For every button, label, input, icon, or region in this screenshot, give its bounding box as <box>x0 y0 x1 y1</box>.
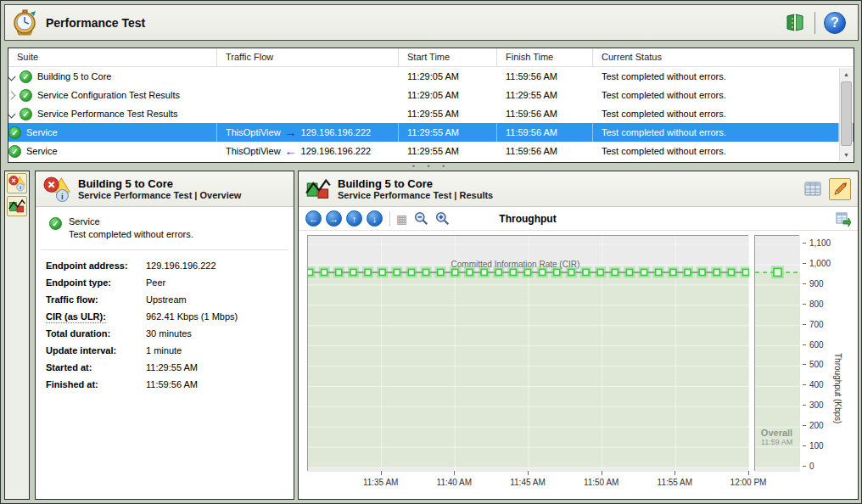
y-tick-label: 300 <box>803 400 824 410</box>
column-header-finish-time[interactable]: Finish Time <box>497 48 593 66</box>
overview-view-button[interactable]: i <box>7 173 27 193</box>
title-bar: Performance Test <box>4 4 859 41</box>
field-label: Update interval: <box>46 345 146 356</box>
chevron-down-icon[interactable] <box>8 72 16 81</box>
stopwatch-icon <box>12 8 39 37</box>
chevron-right-icon[interactable] <box>8 91 16 99</box>
overview-status-block: Service Test completed without errors. <box>41 207 288 250</box>
column-header-current-status[interactable]: Current Status <box>593 48 839 66</box>
finish-time: 11:59:56 AM <box>497 123 593 142</box>
table-row-selected[interactable]: Service ThisOptiView → 129.196.196.222 1… <box>8 123 854 142</box>
scroll-down-icon[interactable]: ▼ <box>840 148 853 161</box>
flow-destination: 129.196.196.222 <box>301 146 372 156</box>
field-value: 30 minutes <box>146 328 192 339</box>
field-value: 11:59:56 AM <box>146 379 198 389</box>
column-header-start-time[interactable]: Start Time <box>399 48 497 66</box>
chart-view-button[interactable] <box>829 178 851 200</box>
table-row[interactable]: Service Configuration Test Results 11:29… <box>8 86 854 104</box>
report-book-icon[interactable] <box>784 12 806 34</box>
finish-time: 11:29:55 AM <box>497 86 593 104</box>
scroll-up-icon[interactable]: ▲ <box>840 68 853 81</box>
scrollbar-thumb[interactable] <box>841 81 852 146</box>
suite-table: Suite Traffic Flow Start Time Finish Tim… <box>8 48 854 163</box>
x-tick-label: 11:50 AM <box>584 478 619 487</box>
start-time: 11:29:05 AM <box>399 86 497 104</box>
y-tick-label: 200 <box>803 421 824 430</box>
y-tick-label: 0 <box>803 462 814 471</box>
y-tick-label: 900 <box>803 279 824 288</box>
x-tick-mark <box>528 471 529 475</box>
x-tick-label: 11:55 AM <box>658 478 693 487</box>
current-status: Test completed without errors. <box>593 104 839 123</box>
throughput-chart: Committed Information Rate (CIR) Overall… <box>299 231 858 499</box>
column-header-suite[interactable]: Suite <box>8 48 217 66</box>
results-title: Building 5 to Core <box>338 177 493 190</box>
x-tick-mark <box>674 471 675 475</box>
overall-time: 11:59 AM <box>754 438 799 446</box>
current-status: Test completed without errors. <box>593 86 839 104</box>
export-table-icon[interactable] <box>836 211 851 227</box>
success-check-icon <box>8 126 21 139</box>
table-row[interactable]: Building 5 to Core 11:29:05 AM 11:59:56 … <box>8 67 854 86</box>
suite-name: Service Performance Test Results <box>37 109 177 119</box>
x-tick-label: 11:40 AM <box>437 478 473 487</box>
suite-name: Service <box>26 127 58 137</box>
field-value: 129.196.196.222 <box>146 260 216 271</box>
x-tick-label: 11:35 AM <box>363 478 399 487</box>
flow-source: ThisOptiView <box>226 127 281 137</box>
overview-status-icon: i <box>8 175 25 192</box>
chart-plot-area: Committed Information Rate (CIR) <box>307 235 748 471</box>
overall-label: Overall <box>754 428 799 438</box>
app-window: { "titlebar": { "title": "Performance Te… <box>0 0 862 504</box>
start-time: 11:29:55 AM <box>399 123 497 142</box>
x-axis: 11:35 AM11:40 AM11:45 AM11:50 AM11:55 AM… <box>307 471 748 493</box>
x-tick-label: 11:45 AM <box>510 478 546 487</box>
suite-name: Service <box>26 146 58 156</box>
results-chart-icon <box>305 176 331 202</box>
field-label: Total duration: <box>46 328 146 339</box>
results-chart-icon <box>8 198 25 215</box>
chevron-down-icon[interactable] <box>8 109 16 118</box>
status-service-name: Service <box>69 216 193 228</box>
table-row[interactable]: Service Performance Test Results 11:29:5… <box>8 104 854 123</box>
table-row[interactable]: Service ThisOptiView ← 129.196.196.222 1… <box>8 142 854 160</box>
overview-fields: Endpoint address:129.196.196.222 Endpoin… <box>36 250 294 393</box>
horizontal-splitter[interactable] <box>8 163 854 170</box>
results-subtitle: Service Performance Test | Results <box>338 190 493 201</box>
table-view-button[interactable] <box>802 178 824 200</box>
finish-time: 11:59:56 AM <box>497 142 593 160</box>
y-tick-label: 500 <box>803 360 824 369</box>
titlebar-separator <box>814 12 815 34</box>
help-icon[interactable] <box>824 12 846 34</box>
start-time: 11:29:55 AM <box>399 142 497 160</box>
x-tick-mark <box>454 471 455 475</box>
field-label: Traffic flow: <box>46 294 146 305</box>
overview-title: Building 5 to Core <box>78 177 241 190</box>
flow-source: ThisOptiView <box>226 146 281 156</box>
overview-status-icon: i <box>42 176 71 202</box>
field-label: Endpoint type: <box>46 277 146 288</box>
finish-time: 11:59:56 AM <box>497 67 593 86</box>
svg-text:Committed Information Rate (CI: Committed Information Rate (CIR) <box>451 260 580 269</box>
field-value: Upstream <box>146 294 187 305</box>
y-axis-title: Throughput (Kbps) <box>837 235 848 471</box>
start-time: 11:29:55 AM <box>399 104 497 123</box>
flow-destination: 129.196.196.222 <box>301 127 372 137</box>
current-status: Test completed without errors. <box>593 123 839 142</box>
finish-time: 11:59:56 AM <box>497 104 593 123</box>
column-header-traffic-flow[interactable]: Traffic Flow <box>217 48 399 66</box>
current-status: Test completed without errors. <box>593 67 839 86</box>
y-tick-label: 400 <box>803 380 824 389</box>
vertical-scrollbar[interactable]: ▲ ▼ <box>839 68 853 161</box>
overview-panel: i Building 5 to Core Service Performance… <box>35 171 294 500</box>
field-label: Endpoint address: <box>46 260 146 271</box>
y-tick-label: 1,100 <box>803 238 831 248</box>
field-label: Finished at: <box>46 379 146 389</box>
results-toolbar: ← → ↑ ↓ ▦ Throughput <box>299 207 858 231</box>
pencil-edit-icon <box>832 182 848 197</box>
x-tick-mark <box>381 471 382 475</box>
field-value: 11:29:55 AM <box>146 362 198 372</box>
field-value: 1 minute <box>146 345 182 356</box>
results-view-button[interactable] <box>7 196 27 216</box>
suite-name: Building 5 to Core <box>37 71 111 81</box>
